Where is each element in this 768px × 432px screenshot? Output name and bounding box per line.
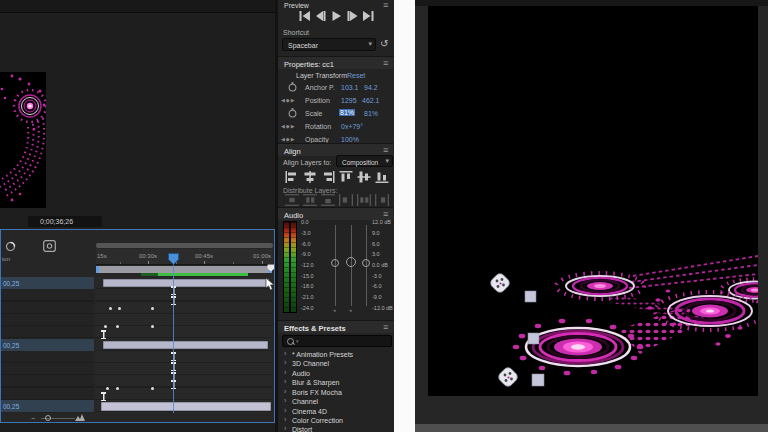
comp-marker-icon[interactable]	[267, 264, 275, 272]
audio-right-level-knob[interactable]	[362, 259, 370, 267]
audio-left-level-knob[interactable]	[331, 259, 339, 267]
effects-panel-header[interactable]: Effects & Presets ≡	[278, 320, 393, 333]
property-value[interactable]: 81%	[364, 110, 378, 117]
chevron-right-icon[interactable]: ›	[284, 350, 286, 357]
distribute-bottom-button[interactable]	[321, 194, 335, 206]
property-value-editing[interactable]: 81%	[339, 109, 355, 116]
first-frame-button[interactable]	[299, 11, 310, 21]
keyframe-nav-icons[interactable]: ◀◆▶	[281, 97, 296, 103]
chevron-right-icon[interactable]: ›	[284, 425, 286, 432]
effects-list-item[interactable]: ›Boris FX Mocha	[278, 388, 393, 397]
panel-menu-icon[interactable]: ≡	[383, 146, 388, 155]
distribute-vcenter-button[interactable]	[303, 194, 317, 206]
control-gizmo[interactable]	[497, 366, 520, 389]
audio-master-level-knob[interactable]	[346, 257, 356, 267]
panel-menu-icon[interactable]: ≡	[383, 323, 388, 332]
distribute-left-button[interactable]	[339, 194, 353, 206]
keyframe-dot[interactable]	[151, 387, 154, 390]
time-ruler[interactable]: 15s 00:30s 00:45s 01:00s	[96, 249, 273, 265]
time-navigator[interactable]	[96, 243, 273, 248]
layer-transform-label[interactable]: Layer Transform	[296, 72, 347, 79]
keyframe-dot[interactable]	[109, 307, 112, 310]
square-handle[interactable]	[528, 333, 539, 344]
align-left-button[interactable]	[285, 171, 299, 183]
keyframe-nav-icons[interactable]: ◀◆▶	[281, 123, 296, 129]
effects-list-item[interactable]: ›Cinema 4D	[278, 407, 393, 416]
layer-bar[interactable]	[103, 341, 268, 349]
align-right-button[interactable]	[321, 171, 335, 183]
layer-row-selected[interactable]: 00,25	[1, 339, 94, 351]
last-frame-button[interactable]	[363, 11, 374, 21]
previous-frame-button[interactable]	[315, 11, 326, 21]
search-scope-chevron-icon[interactable]: ▾	[296, 339, 299, 344]
reset-link[interactable]: Reset	[347, 72, 365, 79]
layer-row-selected[interactable]: 00,25	[1, 277, 94, 289]
effects-search-input[interactable]: ▾	[282, 335, 392, 347]
zoom-slider-knob[interactable]	[45, 415, 51, 421]
layer-bar[interactable]	[103, 279, 269, 287]
composition-canvas[interactable]	[428, 6, 758, 396]
chevron-right-icon[interactable]: ›	[284, 388, 286, 395]
square-handle[interactable]	[532, 374, 544, 386]
panel-menu-icon[interactable]: ≡	[383, 210, 388, 219]
chevron-right-icon[interactable]: ›	[284, 397, 286, 404]
work-area-bar[interactable]	[97, 266, 272, 273]
align-center-horizontal-button[interactable]	[303, 171, 317, 183]
align-to-dropdown[interactable]: Composition ▾	[336, 155, 393, 167]
effects-list-item[interactable]: ›Color Correction	[278, 416, 393, 425]
playhead-marker[interactable]	[168, 253, 179, 265]
keyframe-ibeam[interactable]	[101, 392, 106, 401]
keyframe-dot[interactable]	[106, 387, 109, 390]
align-top-button[interactable]	[339, 171, 353, 183]
layer-row-selected[interactable]: 00,25	[1, 400, 94, 412]
property-value[interactable]: 94.2	[364, 84, 378, 91]
reset-loop-icon[interactable]: ↺	[380, 39, 388, 49]
panel-menu-icon[interactable]: ≡	[383, 1, 388, 10]
keyframe-ibeam[interactable]	[101, 330, 106, 339]
current-time[interactable]: 0;00;36;26	[40, 218, 73, 225]
frame-blend-toggle-icon[interactable]	[43, 240, 56, 252]
layer-bar[interactable]	[101, 402, 271, 411]
chevron-right-icon[interactable]: ›	[284, 369, 286, 376]
keyframe-dot[interactable]	[151, 325, 154, 328]
keyframe-dot[interactable]	[116, 387, 119, 390]
property-value[interactable]: 100%	[341, 136, 359, 143]
effects-list-item[interactable]: ›Blur & Sharpen	[278, 378, 393, 387]
property-value[interactable]: 0x+79°	[341, 123, 363, 130]
chevron-right-icon[interactable]: ›	[284, 378, 286, 385]
control-gizmo[interactable]	[489, 272, 512, 295]
play-button[interactable]	[331, 11, 342, 21]
property-value[interactable]: 462.1	[362, 97, 380, 104]
effects-list-item[interactable]: ›Channel	[278, 397, 393, 406]
keyframe-nav-icons[interactable]: ◀◆▶	[281, 136, 296, 142]
property-value[interactable]: 103.1	[341, 84, 359, 91]
zoom-out-icon[interactable]: −	[31, 415, 35, 422]
next-frame-button[interactable]	[347, 11, 358, 21]
properties-panel-header[interactable]: Properties: cc1 ≡	[278, 56, 393, 69]
panel-menu-icon[interactable]: ≡	[383, 59, 388, 68]
shortcut-dropdown[interactable]: Spacebar ▾	[282, 38, 376, 51]
effects-list-item[interactable]: ›Audio	[278, 369, 393, 378]
work-area-start-handle[interactable]	[96, 266, 99, 273]
distribute-right-button[interactable]	[375, 194, 389, 206]
stopwatch-icon[interactable]	[288, 82, 297, 92]
effects-list-item[interactable]: ›3D Channel	[278, 359, 393, 368]
align-bottom-button[interactable]	[375, 171, 389, 183]
keyframe-dot[interactable]	[104, 325, 107, 328]
keyframe-dot[interactable]	[151, 307, 154, 310]
chevron-right-icon[interactable]: ›	[284, 416, 286, 423]
distribute-hcenter-button[interactable]	[357, 194, 371, 206]
stopwatch-icon[interactable]	[288, 108, 297, 118]
playhead-line[interactable]	[173, 263, 174, 413]
effects-list-item[interactable]: ›Distort	[278, 425, 393, 432]
zoom-in-mountain-icon[interactable]	[75, 414, 85, 421]
keyframe-dot[interactable]	[118, 307, 121, 310]
distribute-top-button[interactable]	[285, 194, 299, 206]
current-time-box[interactable]: 0;00;36;26	[28, 216, 102, 227]
property-value[interactable]: 1295	[341, 97, 357, 104]
chevron-right-icon[interactable]: ›	[284, 407, 286, 414]
keyframe-dot[interactable]	[116, 325, 119, 328]
timeline-toggle-icon[interactable]	[5, 241, 16, 252]
chevron-right-icon[interactable]: ›	[284, 359, 286, 366]
align-center-vertical-button[interactable]	[357, 171, 371, 183]
